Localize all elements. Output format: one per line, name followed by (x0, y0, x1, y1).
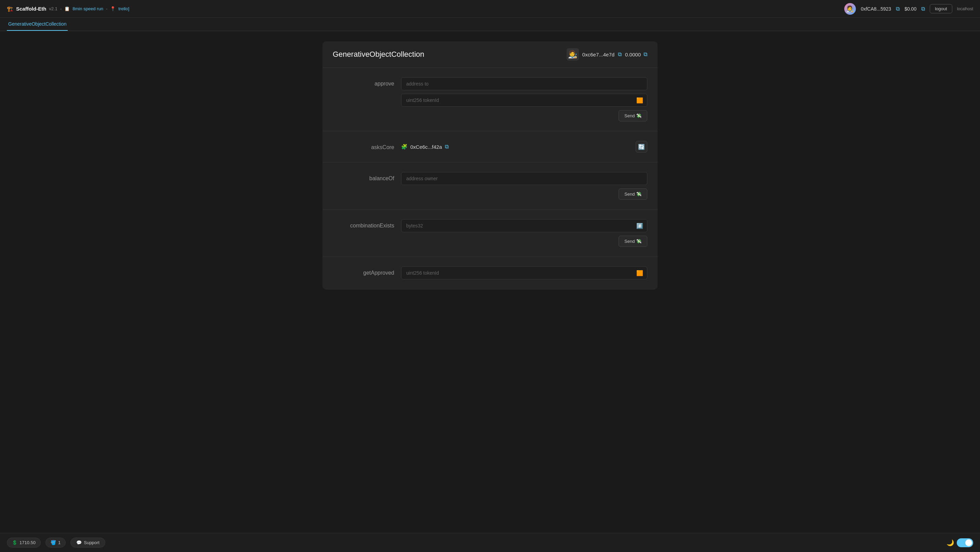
approve-send-button[interactable]: Send 💸 (619, 110, 647, 121)
balance-pill[interactable]: 💲 1710.50 (7, 538, 41, 547)
theme-toggle[interactable] (957, 538, 973, 547)
brand-icon: 🏗️ (7, 6, 13, 12)
trello-icon: 📍 (110, 6, 116, 11)
fn-name-combinationexists: combinationExists (333, 219, 394, 229)
function-askscore: asksCore 🧩 0xCe6c...f42a ⧉ 🔄 (323, 131, 657, 162)
moon-icon: 🌙 (947, 539, 954, 547)
logout-button[interactable]: logout (930, 4, 952, 13)
approve-address-input[interactable] (401, 77, 647, 90)
wallet-icon[interactable]: ⧉ (921, 6, 925, 12)
main-content: GenerativeObjectCollection 🧑‍🎨 0xc6e7...… (0, 31, 980, 300)
function-combinationexists: combinationExists #️⃣ Send 💸 (323, 210, 657, 257)
askscore-value-row: 🧩 0xCe6c...f42a ⧉ 🔄 (401, 141, 647, 153)
getapproved-input-wrapper: 🟧 (401, 266, 647, 279)
fn-name-askscore: asksCore (333, 141, 394, 151)
contract-balance: 0.0000 ⧉ (625, 51, 647, 57)
separator1: - (60, 6, 62, 11)
copy-contract-icon[interactable]: ⧉ (618, 51, 622, 57)
nav-left: 🏗️ Scaffold-Eth v2.1 - 📋 8min speed run … (7, 6, 129, 12)
bottom-bar: 💲 1710.50 🪣 1 💬 Support (0, 533, 980, 552)
wallet-address: 0xfCA8...5923 (861, 6, 891, 12)
support-icon: 💬 (76, 540, 82, 545)
contract-balance-value: 0.0000 (625, 52, 641, 57)
faucet-pill[interactable]: 🪣 1 (46, 538, 66, 547)
balanceof-address-input[interactable] (401, 172, 647, 185)
version-label: v2.1 (49, 6, 57, 11)
contract-avatar: 🧑‍🎨 (566, 48, 579, 60)
fn-inputs-combinationexists: #️⃣ Send 💸 (401, 219, 647, 247)
tabs-bar: GenerativeObjectCollection (0, 18, 980, 31)
balance-pill-value: 1710.50 (19, 540, 35, 545)
separator2: - (106, 6, 107, 11)
askscore-refresh-button[interactable]: 🔄 (636, 141, 647, 153)
contract-title: GenerativeObjectCollection (333, 50, 424, 59)
combinationexists-send-button[interactable]: Send 💸 (619, 235, 647, 247)
contract-header: GenerativeObjectCollection 🧑‍🎨 0xc6e7...… (323, 41, 657, 68)
askscore-emoji: 🧩 (401, 144, 407, 150)
askscore-copy-icon[interactable]: ⧉ (445, 144, 449, 150)
speedrun-icon: 📋 (64, 6, 70, 11)
combinationexists-input[interactable] (401, 219, 647, 232)
combinationexists-icon: #️⃣ (636, 223, 643, 229)
getapproved-tokenid-input[interactable] (401, 266, 647, 279)
function-getapproved: getApproved 🟧 (323, 257, 657, 290)
wallet-balance: $0.00 (904, 6, 916, 12)
balanceof-send-button[interactable]: Send 💸 (619, 188, 647, 200)
contract-address-block: 🧑‍🎨 0xc6e7...4e7d ⧉ 0.0000 ⧉ (566, 48, 647, 60)
askscore-address: 🧩 0xCe6c...f42a ⧉ (401, 144, 449, 150)
approve-tokenid-icon: 🟧 (636, 97, 643, 103)
combinationexists-input-wrapper: #️⃣ (401, 219, 647, 232)
support-label: Support (84, 540, 100, 545)
approve-tokenid-wrapper: 🟧 (401, 94, 647, 107)
trello-link[interactable]: trello] (118, 6, 129, 11)
contract-address: 0xc6e7...4e7d (582, 52, 614, 57)
network-label: localhost (957, 6, 973, 11)
support-button[interactable]: 💬 Support (70, 538, 105, 547)
approve-tokenid-input[interactable] (401, 94, 647, 107)
contract-card: GenerativeObjectCollection 🧑‍🎨 0xc6e7...… (323, 41, 657, 290)
brand-name: Scaffold-Eth (16, 6, 46, 12)
contract-balance-icon[interactable]: ⧉ (644, 51, 647, 57)
top-nav: 🏗️ Scaffold-Eth v2.1 - 📋 8min speed run … (0, 0, 980, 18)
function-approve: approve 🟧 Send 💸 (323, 68, 657, 131)
fn-name-getapproved: getApproved (333, 266, 394, 276)
fn-inputs-getapproved: 🟧 (401, 266, 647, 279)
function-balanceof: balanceOf Send 💸 (323, 162, 657, 210)
askscore-addr-text: 0xCe6c...f42a (410, 144, 442, 150)
theme-toggle-container: 🌙 (947, 538, 973, 547)
refresh-icon: 🔄 (638, 144, 645, 150)
copy-wallet-icon[interactable]: ⧉ (896, 6, 900, 12)
nav-right: 🧑‍🎨 0xfCA8...5923 ⧉ $0.00 ⧉ logout local… (844, 3, 973, 15)
getapproved-icon: 🟧 (636, 270, 643, 276)
speedrun-link[interactable]: 8min speed run (73, 6, 103, 11)
fn-name-balanceof: balanceOf (333, 172, 394, 181)
fn-name-approve: approve (333, 77, 394, 87)
balance-pill-icon: 💲 (12, 540, 18, 545)
fn-inputs-balanceof: Send 💸 (401, 172, 647, 200)
faucet-count: 1 (58, 540, 60, 545)
user-avatar: 🧑‍🎨 (844, 3, 856, 15)
fn-inputs-approve: 🟧 Send 💸 (401, 77, 647, 121)
tab-generative-object-collection[interactable]: GenerativeObjectCollection (7, 18, 68, 31)
faucet-icon: 🪣 (51, 540, 56, 545)
